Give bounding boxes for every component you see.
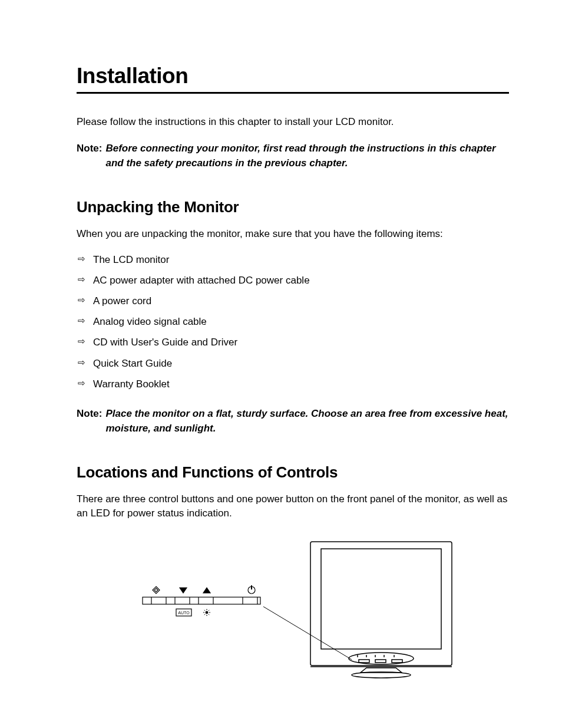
svg-line-31	[204, 610, 205, 610]
section-heading-unpacking: Unpacking the Monitor	[77, 198, 509, 216]
svg-rect-8	[359, 660, 369, 663]
note-block-1: Note: Before connecting your monitor, fi…	[77, 141, 509, 171]
svg-rect-10	[392, 660, 402, 663]
control-panel-detail-icon: AUTO	[143, 585, 260, 616]
note-text: Place the monitor on a flat, sturdy surf…	[105, 406, 509, 436]
auto-label: AUTO	[178, 611, 190, 615]
svg-line-13	[263, 607, 352, 660]
list-item: A power cord	[77, 291, 509, 311]
svg-rect-9	[375, 660, 386, 663]
note-label: Note:	[77, 406, 102, 436]
svg-line-32	[209, 614, 209, 614]
unpacking-list: The LCD monitor AC power adapter with at…	[77, 249, 509, 394]
note-block-2: Note: Place the monitor on a flat, sturd…	[77, 406, 509, 436]
monitor-controls-figure: AUTO	[77, 536, 509, 689]
svg-point-26	[206, 611, 208, 614]
section-heading-controls: Locations and Functions of Controls	[77, 463, 509, 482]
section-lead-unpacking: When you are unpacking the monitor, make…	[77, 227, 509, 241]
list-item: Quick Start Guide	[77, 353, 509, 374]
svg-rect-1	[321, 549, 441, 649]
list-item: AC power adapter with attached DC power …	[77, 270, 509, 291]
list-item: CD with User's Guide and Driver	[77, 332, 509, 353]
list-item: The LCD monitor	[77, 249, 509, 270]
list-item: Warranty Booklet	[77, 374, 509, 394]
section-lead-controls: There are three control buttons and one …	[77, 492, 509, 521]
svg-rect-0	[310, 542, 452, 666]
note-label: Note:	[77, 141, 102, 171]
monitor-icon	[310, 542, 452, 678]
svg-line-34	[209, 610, 209, 610]
list-item: Analog video signal cable	[77, 311, 509, 332]
svg-line-33	[204, 614, 205, 614]
note-text: Before connecting your monitor, first re…	[105, 141, 509, 171]
intro-text: Please follow the instructions in this c…	[77, 115, 509, 129]
page-title: Installation	[77, 64, 509, 94]
